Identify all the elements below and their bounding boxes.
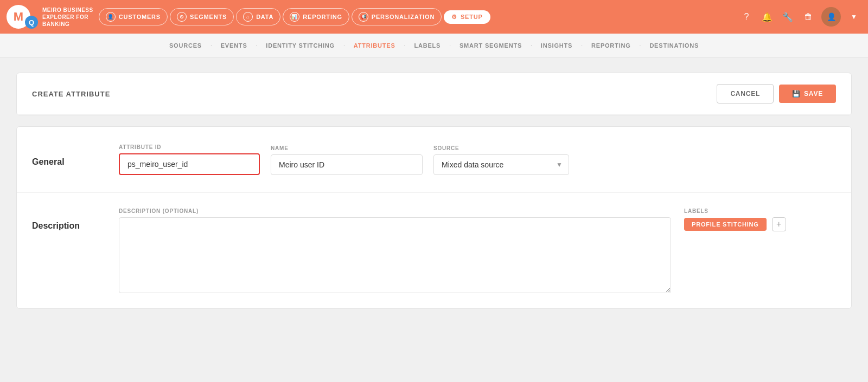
- general-fields: ATTRIBUTE ID NAME SOURCE Mixed data sour…: [119, 144, 836, 175]
- general-section-label: General: [32, 144, 119, 167]
- header-actions: CANCEL 💾 SAVE: [717, 84, 836, 103]
- help-icon[interactable]: ?: [739, 9, 754, 24]
- reporting-icon: 📊: [290, 12, 299, 22]
- general-section-card: General ATTRIBUTE ID NAME SOURCE Mixed d…: [16, 126, 852, 309]
- dot-5: ·: [448, 42, 452, 48]
- sub-nav: SOURCES · EVENTS · IDENTITY STITCHING · …: [0, 34, 868, 57]
- chevron-down-icon[interactable]: ▼: [846, 9, 861, 24]
- dot-8: ·: [639, 42, 642, 48]
- add-label-button[interactable]: +: [772, 217, 786, 231]
- nav-item-reporting[interactable]: 📊 REPORTING: [283, 8, 349, 25]
- save-button[interactable]: 💾 SAVE: [779, 85, 836, 103]
- subnav-reporting[interactable]: REPORTING: [584, 34, 639, 57]
- name-label: NAME: [271, 145, 423, 151]
- logo-area[interactable]: M Q MEIRO BUSINESS EXPLORER FOR BANKING: [7, 5, 93, 29]
- segments-icon: ⊙: [177, 12, 187, 22]
- labels-row: PROFILE STITCHING +: [684, 217, 836, 231]
- brand-text: MEIRO BUSINESS EXPLORER FOR BANKING: [42, 7, 93, 28]
- top-nav: M Q MEIRO BUSINESS EXPLORER FOR BANKING …: [0, 0, 868, 34]
- subnav-destinations[interactable]: DESTINATIONS: [642, 34, 706, 57]
- description-textarea[interactable]: [119, 217, 671, 293]
- data-icon: ⌂: [243, 12, 253, 22]
- source-field-group: SOURCE Mixed data source ▼: [433, 145, 569, 175]
- setup-icon: ⚙: [451, 14, 457, 21]
- personalization-icon: 📢: [359, 12, 368, 22]
- cancel-button[interactable]: CANCEL: [717, 84, 774, 103]
- subnav-identity-stitching[interactable]: IDENTITY STITCHING: [258, 34, 342, 57]
- subnav-sources[interactable]: SOURCES: [162, 34, 209, 57]
- create-attribute-card: CREATE ATTRIBUTE CANCEL 💾 SAVE: [16, 73, 852, 115]
- dot-4: ·: [403, 42, 407, 48]
- notification-icon[interactable]: 🔔: [760, 9, 775, 24]
- source-select-wrapper: Mixed data source ▼: [433, 154, 569, 175]
- subnav-smart-segments[interactable]: SMART SEGMENTS: [452, 34, 529, 57]
- name-input[interactable]: [271, 154, 423, 175]
- description-fields: DESCRIPTION (OPTIONAL) LABELS PROFILE ST…: [119, 208, 836, 293]
- nav-right: ? 🔔 🔧 🗑 👤 ▼: [739, 7, 861, 27]
- dot-7: ·: [580, 42, 584, 48]
- subnav-insights[interactable]: INSIGHTS: [533, 34, 580, 57]
- attribute-id-field-group: ATTRIBUTE ID: [119, 144, 260, 175]
- dot-3: ·: [342, 42, 346, 48]
- logo-q: Q: [25, 16, 38, 29]
- description-label: DESCRIPTION (OPTIONAL): [119, 208, 671, 214]
- nav-item-data[interactable]: ⌂ DATA: [236, 8, 280, 25]
- customers-icon: 👤: [106, 12, 116, 22]
- dot-1: ·: [209, 42, 213, 48]
- general-section-row: General ATTRIBUTE ID NAME SOURCE Mixed d…: [17, 127, 851, 192]
- subnav-labels[interactable]: LABELS: [406, 34, 448, 57]
- attribute-id-label: ATTRIBUTE ID: [119, 144, 260, 150]
- description-field-group: DESCRIPTION (OPTIONAL): [119, 208, 671, 293]
- description-section-row: Description DESCRIPTION (OPTIONAL) LABEL…: [17, 192, 851, 308]
- main-content: CREATE ATTRIBUTE CANCEL 💾 SAVE General A…: [0, 57, 868, 382]
- tools-icon[interactable]: 🔧: [780, 9, 795, 24]
- avatar[interactable]: 👤: [821, 7, 841, 27]
- source-select[interactable]: Mixed data source: [433, 154, 569, 175]
- save-icon: 💾: [792, 90, 801, 98]
- attribute-id-input[interactable]: [119, 153, 260, 175]
- dot-2: ·: [255, 42, 259, 48]
- labels-field-group: LABELS PROFILE STITCHING +: [684, 208, 836, 293]
- nav-item-setup[interactable]: ⚙ SETUP: [444, 10, 490, 24]
- name-field-group: NAME: [271, 145, 423, 175]
- nav-item-segments[interactable]: ⊙ SEGMENTS: [170, 8, 234, 25]
- source-label: SOURCE: [433, 145, 569, 151]
- nav-item-customers[interactable]: 👤 CUSTOMERS: [99, 8, 168, 25]
- create-attribute-title: CREATE ATTRIBUTE: [32, 90, 110, 98]
- subnav-events[interactable]: EVENTS: [213, 34, 255, 57]
- nav-items: 👤 CUSTOMERS ⊙ SEGMENTS ⌂ DATA 📊 REPORTIN…: [99, 8, 739, 25]
- labels-label: LABELS: [684, 208, 836, 214]
- nav-item-personalization[interactable]: 📢 PERSONALIZATION: [352, 8, 442, 25]
- profile-stitching-tag: PROFILE STITCHING: [684, 218, 767, 231]
- delete-icon[interactable]: 🗑: [801, 9, 816, 24]
- subnav-attributes[interactable]: ATTRIBUTES: [346, 34, 403, 57]
- card-header: CREATE ATTRIBUTE CANCEL 💾 SAVE: [17, 73, 851, 115]
- dot-6: ·: [529, 42, 533, 48]
- description-section-label: Description: [32, 208, 119, 231]
